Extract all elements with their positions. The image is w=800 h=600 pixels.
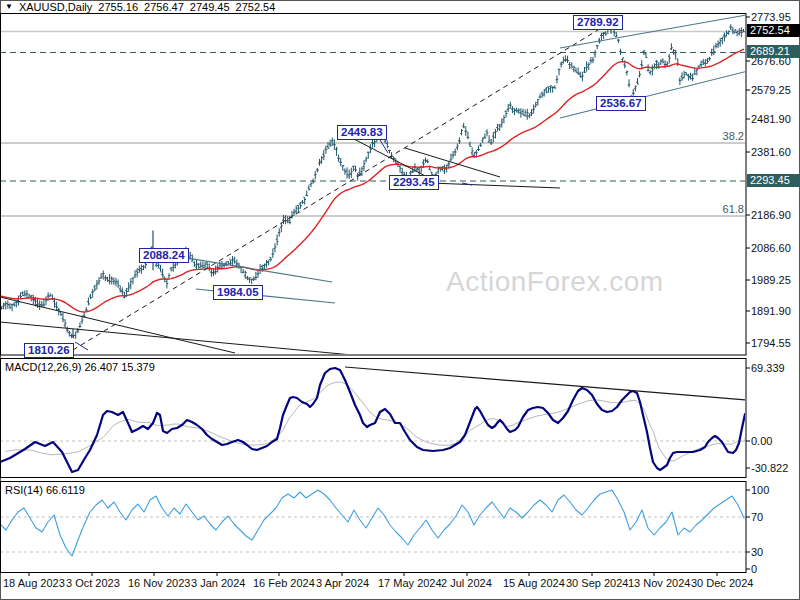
- macd-axis-label: 0.00: [751, 435, 772, 447]
- price-chart-canvas[interactable]: [0, 0, 800, 600]
- macd-axis-label: -30.822: [751, 462, 788, 474]
- price-axis-label: 2381.60: [751, 146, 791, 158]
- watermark: ActionForex.com: [446, 266, 664, 298]
- ohlc-open: 2755.16: [98, 1, 138, 13]
- price-level-label[interactable]: 1984.05: [213, 285, 263, 300]
- date-axis-label: 18 Aug 2023: [3, 577, 65, 589]
- chart-window: ▼ XAUUSD,Daily 2755.16 2756.47 2749.45 2…: [0, 0, 800, 600]
- rsi-axis-label: 100: [751, 484, 769, 496]
- date-axis-label: 16 Feb 2024: [253, 577, 315, 589]
- fib-level-label: 61.8: [698, 203, 744, 215]
- macd-label: MACD(12,26,9) 26.407 15.379: [5, 361, 155, 373]
- price-level-label[interactable]: 1810.26: [24, 343, 74, 358]
- price-axis-label: 1794.55: [751, 337, 791, 349]
- date-axis-label: 3 Oct 2023: [66, 577, 120, 589]
- date-axis-label: 13 Nov 2024: [628, 577, 690, 589]
- rsi-axis-label: 70: [751, 511, 763, 523]
- symbol-label: XAUUSD,Daily: [19, 1, 92, 13]
- date-axis-label: 15 Aug 2024: [503, 577, 565, 589]
- price-axis-label: 2773.95: [751, 11, 791, 23]
- date-axis-label: 30 Sep 2024: [566, 577, 628, 589]
- price-level-label[interactable]: 2088.24: [139, 248, 189, 263]
- rsi-axis-label: 30: [751, 546, 763, 558]
- rsi-axis-label: 0: [751, 563, 757, 575]
- fib-level-label: 38.2: [698, 130, 744, 142]
- level-price-tag: 2293.45: [747, 174, 800, 187]
- price-level-label[interactable]: 2293.45: [389, 175, 439, 190]
- date-axis-label: 3 Apr 2024: [316, 577, 369, 589]
- price-level-label[interactable]: 2789.92: [573, 15, 623, 30]
- ohlc-high: 2756.47: [144, 1, 184, 13]
- symbol-dropdown-icon[interactable]: ▼: [5, 2, 13, 12]
- price-axis-label: 2481.90: [751, 113, 791, 125]
- price-axis-label: 1891.90: [751, 305, 791, 317]
- price-level-label[interactable]: 2449.83: [337, 125, 387, 140]
- macd-axis-label: 69.339: [751, 362, 785, 374]
- ohlc-close: 2752.54: [236, 1, 276, 13]
- price-axis-label: 2186.90: [751, 209, 791, 221]
- level-price-tag: 2689.21: [747, 45, 800, 58]
- price-axis-label: 1989.25: [751, 274, 791, 286]
- date-axis-label: 16 Nov 2023: [128, 577, 190, 589]
- date-axis-label: 2 Jul 2024: [441, 577, 492, 589]
- price-axis-label: 2086.60: [751, 242, 791, 254]
- date-axis-label: 3 Jan 2024: [191, 577, 245, 589]
- price-level-label[interactable]: 2536.67: [596, 96, 646, 111]
- price-axis-label: 2579.25: [751, 84, 791, 96]
- rsi-label: RSI(14) 66.6119: [5, 484, 85, 496]
- date-axis-label: 30 Dec 2024: [691, 577, 753, 589]
- current-price-tag: 2752.54: [747, 24, 800, 37]
- date-axis-label: 17 May 2024: [378, 577, 442, 589]
- chart-title: ▼ XAUUSD,Daily 2755.16 2756.47 2749.45 2…: [0, 0, 751, 13]
- ohlc-low: 2749.45: [190, 1, 230, 13]
